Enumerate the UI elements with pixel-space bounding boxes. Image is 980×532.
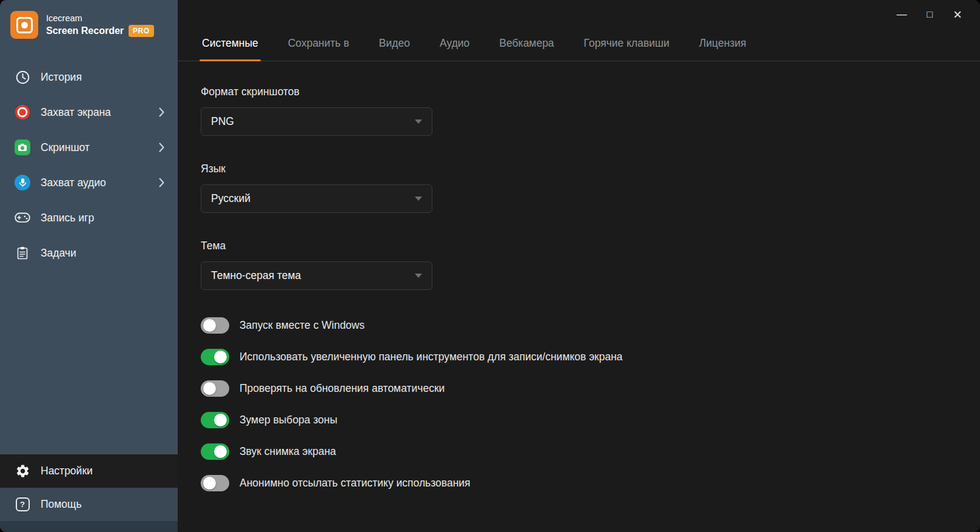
tab-license[interactable]: Лицензия (698, 25, 748, 61)
tab-video[interactable]: Видео (378, 25, 411, 61)
sidebar-item-audio-capture[interactable]: Захват аудио (0, 165, 178, 200)
tab-webcam[interactable]: Вебкамера (498, 25, 555, 61)
sidebar-item-game-recording[interactable]: Запись игр (0, 200, 178, 235)
sidebar-item-label: История (41, 71, 82, 84)
main-panel: — □ × Системные Сохранить в Видео Аудио … (178, 0, 980, 532)
app-logo-icon (10, 11, 38, 39)
app-window: Icecream Screen Recorder PRO История Зах… (0, 0, 980, 532)
toggle-label: Анонимно отсылать статистику использован… (240, 477, 471, 490)
sidebar-item-help[interactable]: ? Помощь (0, 488, 178, 521)
screenshot-camera-icon (14, 139, 31, 156)
toggle-row-autostart: Запуск вместе с Windows (201, 317, 956, 334)
sidebar-item-screen-capture[interactable]: Захват экрана (0, 95, 178, 130)
gear-icon (14, 463, 31, 480)
sidebar-item-label: Задачи (41, 247, 76, 260)
tab-system[interactable]: Системные (201, 25, 260, 61)
toggle-label: Зумер выбора зоны (240, 414, 337, 426)
sidebar-item-screenshot[interactable]: Скриншот (0, 130, 178, 165)
toggle-row-auto-update: Проверять на обновления автоматически (201, 380, 956, 397)
record-icon (14, 104, 31, 121)
language-label: Язык (201, 163, 956, 176)
language-value: Русский (211, 192, 250, 205)
sidebar-item-label: Захват экрана (41, 106, 111, 119)
tab-audio[interactable]: Аудио (438, 25, 471, 61)
sidebar-item-settings[interactable]: Настройки (0, 454, 178, 488)
toggle-screenshot-sound[interactable] (201, 443, 229, 460)
settings-content: Формат скриншотов PNG Язык Русский Тема … (178, 61, 980, 506)
microphone-icon (14, 174, 31, 191)
toggle-label: Звук снимка экрана (240, 445, 336, 458)
toggle-label: Запуск вместе с Windows (240, 319, 364, 332)
toggle-anonymous-statistics[interactable] (201, 475, 229, 491)
sidebar-item-label: Помощь (41, 498, 82, 511)
toggle-label: Проверять на обновления автоматически (240, 382, 445, 395)
tab-hotkeys[interactable]: Горячие клавиши (583, 25, 671, 61)
theme-select[interactable]: Темно-серая тема (201, 261, 432, 290)
toggle-check-updates[interactable] (201, 380, 229, 397)
sidebar: Icecream Screen Recorder PRO История Зах… (0, 0, 178, 532)
toggle-enlarged-toolbar[interactable] (201, 349, 229, 365)
tasks-clipboard-icon (14, 244, 31, 261)
titlebar: — □ × (178, 0, 980, 25)
theme-label: Тема (201, 240, 956, 253)
gamepad-icon (14, 209, 31, 226)
toggle-autostart-windows[interactable] (201, 317, 229, 334)
app-title: Screen Recorder (46, 25, 124, 36)
toggles-section: Запуск вместе с Windows Использовать уве… (201, 317, 956, 491)
field-theme: Тема Темно-серая тема (201, 240, 956, 290)
sidebar-item-label: Скриншот (41, 141, 90, 154)
chevron-right-icon (159, 143, 164, 152)
screenshot-format-label: Формат скриншотов (201, 86, 956, 99)
theme-value: Темно-серая тема (211, 269, 301, 282)
sidebar-item-label: Настройки (41, 465, 93, 477)
sidebar-item-label: Запись игр (41, 212, 94, 224)
sidebar-item-tasks[interactable]: Задачи (0, 235, 178, 271)
app-logo: Icecream Screen Recorder PRO (0, 0, 178, 51)
screenshot-format-select[interactable]: PNG (201, 107, 432, 136)
toggle-label: Использовать увеличенную панель инструме… (240, 351, 623, 363)
history-clock-icon (14, 69, 31, 86)
settings-tabs: Системные Сохранить в Видео Аудио Вебкам… (178, 25, 980, 61)
sidebar-item-label: Захват аудио (41, 177, 106, 189)
minimize-button[interactable]: — (888, 4, 916, 25)
field-screenshot-format: Формат скриншотов PNG (201, 86, 956, 136)
pro-badge: PRO (129, 25, 154, 37)
sidebar-item-history[interactable]: История (0, 59, 178, 95)
screenshot-format-value: PNG (211, 115, 234, 128)
close-button[interactable]: × (944, 4, 972, 25)
chevron-right-icon (159, 178, 164, 187)
app-brand: Icecream (46, 13, 154, 23)
maximize-button[interactable]: □ (916, 4, 944, 25)
toggle-row-screenshot-sound: Звук снимка экрана (201, 443, 956, 460)
chevron-down-icon (415, 197, 422, 201)
help-icon: ? (14, 496, 31, 513)
toggle-row-zone-buzzer: Зумер выбора зоны (201, 411, 956, 428)
sidebar-footer-strip (0, 521, 178, 532)
chevron-right-icon (159, 107, 164, 117)
toggle-row-big-toolbar: Использовать увеличенную панель инструме… (201, 348, 956, 365)
tab-save-to[interactable]: Сохранить в (287, 25, 351, 61)
toggle-row-anonymous-stats: Анонимно отсылать статистику использован… (201, 474, 956, 491)
chevron-down-icon (415, 274, 422, 278)
field-language: Язык Русский (201, 163, 956, 213)
language-select[interactable]: Русский (201, 184, 432, 213)
sidebar-menu: История Захват экрана Скриншот (0, 51, 178, 454)
toggle-zone-buzzer[interactable] (201, 412, 229, 428)
chevron-down-icon (415, 120, 422, 124)
